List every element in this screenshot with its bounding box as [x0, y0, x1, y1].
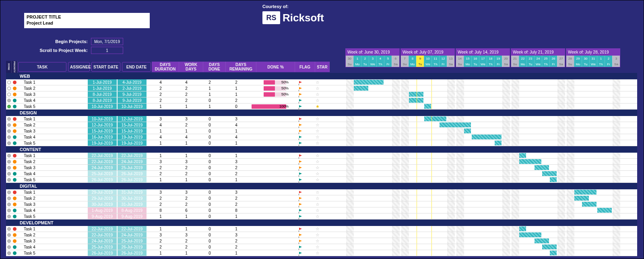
end-date[interactable]: 25-Jul-2019: [118, 165, 147, 170]
gantt-bar[interactable]: [519, 232, 541, 237]
assignee[interactable]: [66, 159, 87, 164]
assignee[interactable]: [66, 232, 87, 238]
task-row[interactable]: Task 330-Jul-201931-Jul-20192202☆: [6, 201, 637, 207]
end-date[interactable]: 9-Aug-2019: [118, 213, 147, 219]
end-date[interactable]: 24-Jul-2019: [118, 159, 147, 164]
flag-icon[interactable]: [290, 213, 310, 219]
task-row[interactable]: Task 122-Jul-201922-Jul-20191101☆: [6, 153, 637, 159]
done-pct[interactable]: [252, 171, 290, 176]
col-flag[interactable]: FLAG: [295, 62, 315, 72]
flag-icon[interactable]: [290, 91, 310, 97]
done-pct[interactable]: 50%: [252, 91, 290, 97]
task-row[interactable]: Task 510-Jul-201910-Jul-20191110100%★: [6, 104, 637, 110]
flag-icon[interactable]: [290, 226, 310, 232]
star-icon[interactable]: ☆: [310, 153, 325, 158]
end-date[interactable]: 22-Jul-2019: [118, 153, 147, 158]
priority-marker[interactable]: [12, 104, 17, 109]
task-row[interactable]: Task 21-Jul-20192-Jul-2019221150%☆: [6, 85, 637, 91]
star-icon[interactable]: ☆: [310, 226, 325, 232]
done-pct[interactable]: [252, 116, 290, 122]
star-icon[interactable]: ☆: [310, 213, 325, 219]
done-pct[interactable]: 50%: [252, 85, 290, 91]
col-days-done[interactable]: DAYS DONE: [203, 62, 226, 72]
assignee[interactable]: [66, 153, 87, 158]
group-header[interactable]: DESIGN: [6, 110, 637, 116]
done-pct[interactable]: [252, 201, 290, 207]
star-icon[interactable]: ☆: [310, 171, 325, 176]
gantt-bar[interactable]: [550, 177, 557, 182]
start-date[interactable]: 22-Jul-2019: [88, 226, 117, 232]
gantt-bar[interactable]: [440, 122, 471, 127]
assignee[interactable]: [66, 189, 87, 195]
start-date[interactable]: 29-Jul-2019: [88, 189, 117, 195]
star-icon[interactable]: ☆: [310, 85, 325, 91]
start-date[interactable]: 8-Jul-2019: [88, 97, 117, 103]
star-icon[interactable]: ☆: [310, 207, 325, 213]
start-date[interactable]: 24-Jul-2019: [88, 238, 117, 244]
task-row[interactable]: Task 425-Jul-201926-Jul-20192202☆: [6, 171, 637, 177]
gantt-bar[interactable]: [542, 171, 557, 176]
priority-marker[interactable]: [12, 79, 17, 85]
start-date[interactable]: 22-Jul-2019: [88, 153, 117, 158]
start-date[interactable]: 1-Aug-2019: [88, 207, 117, 213]
start-date[interactable]: 8-Jul-2019: [88, 91, 117, 97]
priority-marker[interactable]: [12, 171, 17, 176]
done-pct[interactable]: [252, 140, 290, 146]
end-date[interactable]: 8-Aug-2019: [118, 207, 147, 213]
priority-marker[interactable]: [12, 226, 17, 232]
star-icon[interactable]: ☆: [310, 159, 325, 164]
end-date[interactable]: 26-Jul-2019: [118, 244, 147, 250]
priority-marker[interactable]: [12, 213, 17, 219]
start-date[interactable]: 30-Jul-2019: [88, 201, 117, 207]
done-pct[interactable]: [252, 134, 290, 140]
group-header[interactable]: CONTENT: [6, 146, 637, 153]
start-date[interactable]: 12-Jul-2019: [88, 122, 117, 128]
star-icon[interactable]: ☆: [310, 116, 325, 122]
done-pct[interactable]: [252, 177, 290, 182]
end-date[interactable]: 26-Jul-2019: [118, 171, 147, 176]
priority-marker[interactable]: [12, 91, 17, 97]
assignee[interactable]: [66, 201, 87, 207]
star-icon[interactable]: ☆: [310, 140, 325, 146]
end-date[interactable]: 31-Jul-2019: [118, 189, 147, 195]
col-work[interactable]: WORK DAYS: [179, 62, 203, 72]
priority-marker[interactable]: [12, 97, 17, 103]
assignee[interactable]: [66, 128, 87, 134]
priority-marker[interactable]: [12, 165, 17, 170]
task-row[interactable]: Task 110-Jul-201912-Jul-20193303☆: [6, 116, 637, 122]
flag-icon[interactable]: [290, 104, 310, 109]
assignee[interactable]: [66, 85, 87, 91]
done-pct[interactable]: [252, 213, 290, 219]
gantt-bar[interactable]: [582, 202, 597, 207]
gantt-bar[interactable]: [550, 251, 557, 255]
star-icon[interactable]: ☆: [310, 195, 325, 201]
end-date[interactable]: 19-Jul-2019: [118, 134, 147, 140]
group-header[interactable]: DIGITAL: [6, 183, 637, 189]
start-date[interactable]: 9-Aug-2019: [88, 213, 117, 219]
flag-icon[interactable]: [290, 165, 310, 170]
priority-marker[interactable]: [12, 189, 17, 195]
priority-marker[interactable]: [12, 250, 17, 256]
done-pct[interactable]: 50%: [252, 79, 290, 85]
group-header[interactable]: WEB: [6, 73, 637, 79]
assignee[interactable]: [66, 134, 87, 140]
flag-icon[interactable]: [290, 250, 310, 256]
done-marker[interactable]: [6, 104, 12, 109]
done-pct[interactable]: 100%: [252, 104, 290, 109]
priority-marker[interactable]: [12, 134, 17, 140]
assignee[interactable]: [66, 116, 87, 122]
task-row[interactable]: Task 526-Jul-201926-Jul-20191101☆: [6, 177, 637, 183]
task-row[interactable]: Task 41-Aug-20198-Aug-20198608☆: [6, 207, 637, 213]
done-marker[interactable]: [6, 207, 12, 213]
done-marker[interactable]: [6, 195, 12, 201]
done-marker[interactable]: [6, 232, 12, 238]
group-header[interactable]: DEVELOPMENT: [6, 220, 637, 226]
task-row[interactable]: Task 229-Jul-201930-Jul-20192202☆: [6, 195, 637, 201]
start-date[interactable]: 10-Jul-2019: [88, 104, 117, 109]
end-date[interactable]: 15-Jul-2019: [118, 128, 147, 134]
done-marker[interactable]: [6, 213, 12, 219]
flag-icon[interactable]: [290, 201, 310, 207]
flag-icon[interactable]: [290, 159, 310, 164]
priority-marker[interactable]: [12, 244, 17, 250]
star-icon[interactable]: ☆: [310, 97, 325, 103]
